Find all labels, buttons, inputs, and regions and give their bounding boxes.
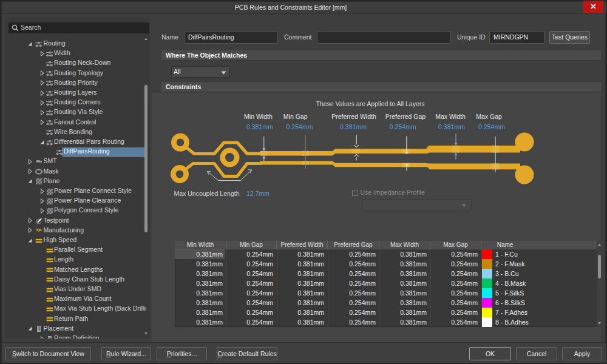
svg-text:Preferred Width: Preferred Width bbox=[331, 113, 376, 120]
svg-text:Max Width: Max Width bbox=[435, 113, 466, 120]
svg-text:Preferred Gap: Preferred Gap bbox=[385, 113, 426, 120]
svg-text:These Values are Applied to Al: These Values are Applied to All Layers bbox=[316, 100, 425, 107]
svg-text:12.7mm: 12.7mm bbox=[246, 190, 270, 197]
svg-text:Max Gap: Max Gap bbox=[476, 113, 502, 120]
svg-text:0.381mm: 0.381mm bbox=[340, 123, 367, 130]
svg-text:Min Gap: Min Gap bbox=[283, 113, 308, 120]
svg-text:0.254mm: 0.254mm bbox=[287, 123, 313, 130]
svg-text:0.254mm: 0.254mm bbox=[390, 123, 416, 130]
svg-text:0.254mm: 0.254mm bbox=[478, 123, 505, 130]
svg-text:Max Uncoupled Length: Max Uncoupled Length bbox=[174, 190, 240, 197]
svg-text:0.381mm: 0.381mm bbox=[438, 123, 465, 130]
svg-text:Min Width: Min Width bbox=[244, 113, 273, 120]
svg-text:0.381mm: 0.381mm bbox=[246, 123, 273, 130]
